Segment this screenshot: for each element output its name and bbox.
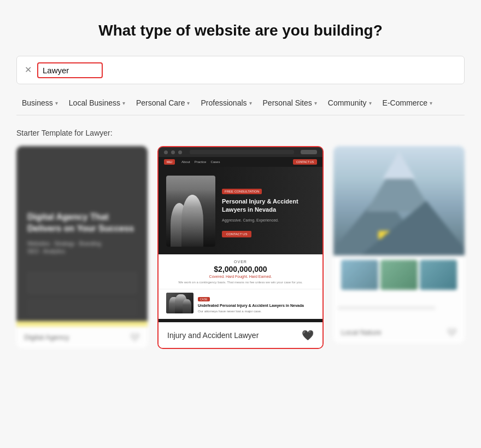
nav-label-local-business: Local Business: [69, 98, 120, 107]
heart-icon-left[interactable]: 🤍: [129, 332, 140, 342]
card-right-thumbs: [333, 255, 465, 294]
mini-browser-bar: [159, 147, 322, 157]
mini-case-title: Undefeated Personal Injury & Accident La…: [198, 303, 315, 309]
mini-hero-badge: FREE CONSULTATION: [222, 189, 262, 194]
mini-stats-section: Over $2,000,000,000 Covered. Hard Fought…: [159, 254, 322, 289]
mini-case-badge: CASE: [198, 297, 210, 301]
card-right-label: Local Nature: [341, 328, 382, 336]
search-input[interactable]: [37, 62, 103, 78]
card-left-subtext: Websites · Strategy · BrandingSEO · Anal…: [27, 240, 137, 255]
mini-stats-tagline: Covered. Hard Fought. Hard Earned.: [166, 275, 315, 278]
card-right-mountain-preview: EXPLORE NOW: [333, 146, 465, 255]
mini-contact-btn: CONTACT US: [293, 159, 317, 165]
search-clear-button[interactable]: ✕: [25, 66, 32, 74]
chevron-down-icon: ▾: [369, 100, 372, 106]
mini-stats-number: $2,000,000,000: [166, 265, 315, 274]
chevron-down-icon: ▾: [314, 100, 317, 106]
card-left-label: Digital Agency: [24, 333, 69, 341]
mini-hero-title: Personal Injury & Accident Lawyers in Ne…: [222, 197, 315, 214]
mini-stats-desc: We work on a contingency basis. That mea…: [166, 280, 315, 284]
heart-icon-center[interactable]: 🖤: [302, 329, 314, 341]
mountain-snow-cap: [383, 152, 415, 179]
chevron-down-icon: ▾: [122, 100, 125, 106]
card-center-footer: Injury and Accident Lawyer 🖤: [159, 322, 322, 348]
mini-site-logo: M&J: [164, 159, 175, 165]
nav-label-community: Community: [328, 98, 367, 107]
nav-item-ecommerce[interactable]: E-Commerce ▾: [377, 96, 438, 109]
thumb-1: [341, 260, 378, 290]
chevron-down-icon: ▾: [187, 100, 190, 106]
section-label: Starter Template for Lawyer:: [16, 129, 465, 137]
mini-dot-3: [178, 150, 182, 154]
page-wrapper: What type of website are you building? ✕…: [0, 0, 481, 448]
card-left[interactable]: Digital Agency ThatDelivers on Your Succ…: [16, 146, 148, 348]
mini-nav-link-1: About: [181, 160, 190, 164]
thumb-2: [380, 260, 418, 290]
mini-dot-1: [164, 150, 168, 154]
card-left-heading: Digital Agency ThatDelivers on Your Succ…: [27, 212, 137, 235]
mini-hero-photo: [166, 176, 215, 247]
search-bar: ✕: [16, 56, 465, 84]
nav-item-personal-sites[interactable]: Personal Sites ▾: [257, 96, 322, 109]
mini-site-nav: M&J About Practice Cases CONTACT US: [159, 157, 322, 167]
nav-item-local-business[interactable]: Local Business ▾: [63, 96, 131, 109]
cards-row: Digital Agency ThatDelivers on Your Succ…: [16, 146, 465, 349]
nav-label-professionals: Professionals: [201, 98, 247, 107]
card-center[interactable]: M&J About Practice Cases CONTACT US FREE…: [157, 146, 324, 349]
nav-label-personal-sites: Personal Sites: [263, 98, 312, 107]
page-title: What type of website are you building?: [16, 22, 465, 39]
card-right-footer: Local Nature 🤍: [333, 322, 465, 343]
nav-label-ecommerce: E-Commerce: [383, 98, 427, 107]
mini-nav-link-2: Practice: [195, 160, 207, 164]
mini-stats-over: Over: [166, 260, 315, 264]
nav-item-personal-care[interactable]: Personal Care ▾: [131, 96, 196, 109]
mini-case-section: CASE Undefeated Personal Injury & Accide…: [159, 289, 322, 319]
nav-bar: Business ▾ Local Business ▾ Personal Car…: [16, 96, 465, 115]
mini-hero-text: FREE CONSULTATION Personal Injury & Acci…: [222, 185, 315, 237]
mini-case-content: CASE Undefeated Personal Injury & Accide…: [198, 293, 315, 313]
chevron-down-icon: ▾: [249, 100, 252, 106]
nav-item-professionals[interactable]: Professionals ▾: [195, 96, 257, 109]
mini-dot-2: [171, 150, 175, 154]
heart-icon-right[interactable]: 🤍: [446, 327, 457, 338]
mini-case-sub: Our attorneys have never lost a major ca…: [198, 310, 315, 313]
mini-yellow-button: EXPLORE NOW: [378, 231, 420, 239]
thumb-3: [420, 260, 457, 290]
chevron-down-icon: ▾: [430, 100, 432, 106]
card-right[interactable]: EXPLORE NOW Local Nature 🤍: [333, 146, 465, 343]
card-left-footer: Digital Agency 🤍: [16, 327, 148, 348]
nav-item-business[interactable]: Business ▾: [16, 96, 63, 109]
card-right-footer-space: [333, 294, 465, 322]
mini-hero-section: FREE CONSULTATION Personal Injury & Acci…: [159, 167, 322, 254]
card-center-preview: M&J About Practice Cases CONTACT US FREE…: [159, 147, 322, 322]
chevron-down-icon: ▾: [55, 100, 58, 106]
mini-nav-link-3: Cases: [210, 160, 220, 164]
mini-hero-sub: Aggressive. Caring. Experienced.: [222, 218, 315, 224]
person2-silhouette: [181, 195, 203, 247]
card-center-label: Injury and Accident Lawyer: [167, 331, 259, 340]
mini-hero-btn: CONTACT US: [222, 231, 251, 237]
nav-label-business: Business: [22, 98, 53, 107]
card-left-preview: Digital Agency ThatDelivers on Your Succ…: [16, 146, 148, 321]
nav-label-personal-care: Personal Care: [136, 98, 185, 107]
nav-item-community[interactable]: Community ▾: [322, 96, 377, 109]
mini-case-photo: [166, 293, 193, 313]
